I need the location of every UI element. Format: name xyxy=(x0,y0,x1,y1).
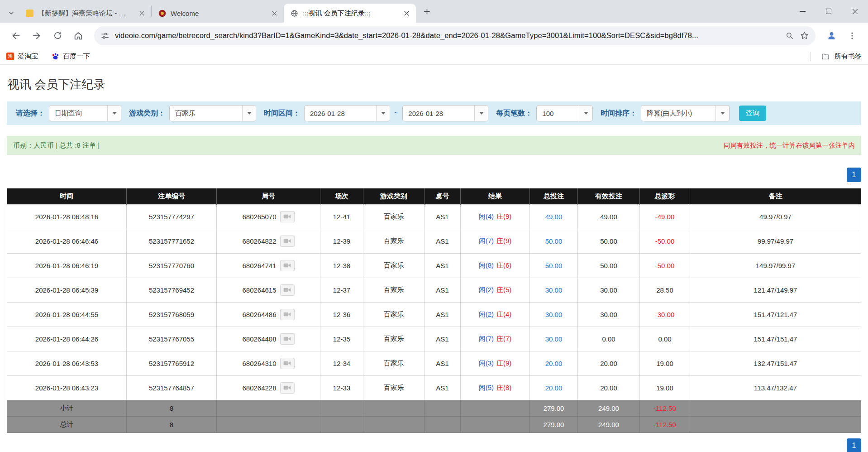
video-replay-button[interactable] xyxy=(280,309,295,320)
date-end-select[interactable]: 2026-01-28 xyxy=(402,105,488,121)
chevron-down-icon[interactable] xyxy=(474,106,488,121)
video-replay-button[interactable] xyxy=(280,236,295,247)
window-controls xyxy=(789,0,868,23)
bet-records-table: 时间注单编号局号场次游戏类别桌号结果总投注有效投注总派彩备注 2026-01-2… xyxy=(7,188,861,433)
reload-button[interactable] xyxy=(48,26,67,45)
page-1-button[interactable]: 1 xyxy=(847,168,861,182)
spacer-cell xyxy=(424,416,461,433)
video-replay-button[interactable] xyxy=(280,382,295,394)
column-header-6: 桌号 xyxy=(424,188,461,204)
game-type-select[interactable]: 百家乐 xyxy=(169,105,256,121)
new-tab-button[interactable] xyxy=(419,3,435,19)
all-bookmarks[interactable]: 所有书签 xyxy=(811,52,862,61)
round-id: 680264615 xyxy=(242,286,276,294)
remark-cell: 151.47/151.47 xyxy=(690,327,861,351)
video-replay-button[interactable] xyxy=(280,358,295,369)
tab-close-icon[interactable] xyxy=(137,8,147,18)
round-id: 680264741 xyxy=(242,262,276,269)
game-type-cell: 百家乐 xyxy=(363,302,424,327)
video-replay-button[interactable] xyxy=(280,284,295,296)
video-camera-icon xyxy=(283,311,291,317)
chevron-down-icon[interactable] xyxy=(107,106,121,121)
minimize-button[interactable] xyxy=(789,0,816,23)
payout-cell: -49.00 xyxy=(640,204,690,229)
maximize-icon xyxy=(826,9,831,14)
table-row: 2026-01-28 06:46:46 523157771652 6802648… xyxy=(7,229,861,253)
total-bet-cell[interactable]: 49.00 xyxy=(530,204,578,229)
bookmark-aitaobao[interactable]: 淘 爱淘宝 xyxy=(6,52,38,61)
filter-label-game-type: 游戏类别： xyxy=(129,109,165,118)
info-bar: 币别：人民币 | 总共 :8 注单 | 同局有效投注，统一计算在该局第一张注单内 xyxy=(7,136,861,155)
chevron-down-icon[interactable] xyxy=(579,106,592,121)
tab-close-icon[interactable] xyxy=(401,8,411,18)
home-button[interactable] xyxy=(69,26,88,45)
subtotal-valid-bet: 249.00 xyxy=(578,400,640,416)
page-size-select[interactable]: 100 xyxy=(536,105,593,121)
browser-tab-betrecord-active[interactable]: :::视讯 会员下注纪录::: xyxy=(284,4,416,23)
menu-button[interactable] xyxy=(843,26,862,45)
date-start-value: 2026-01-28 xyxy=(305,110,376,117)
browser-window: 【新提醒】海燕策略论坛 - 综合... Welcome :::视讯 会员下注纪录… xyxy=(0,0,868,65)
session-cell: 12-36 xyxy=(320,302,363,327)
column-header-1: 时间 xyxy=(7,188,127,204)
bet-id-cell: 523157769452 xyxy=(127,278,217,302)
total-bet-cell[interactable]: 30.00 xyxy=(530,278,578,302)
chevron-down-icon[interactable] xyxy=(242,106,256,121)
sort-order-select[interactable]: 降冪(由大到小) xyxy=(641,105,730,121)
game-type-cell: 百家乐 xyxy=(363,351,424,375)
video-replay-button[interactable] xyxy=(280,260,295,271)
star-icon[interactable] xyxy=(800,31,809,40)
payout-cell: 19.00 xyxy=(640,351,690,375)
result-player: 闲(7) xyxy=(479,335,494,342)
result-banker: 庄(9) xyxy=(496,237,511,245)
minimize-icon xyxy=(800,11,806,12)
total-bet-cell[interactable]: 20.00 xyxy=(530,375,578,400)
magnifier-icon[interactable] xyxy=(785,31,794,40)
browser-tab-forum[interactable]: 【新提醒】海燕策略论坛 - 综合... xyxy=(19,4,151,23)
maximize-button[interactable] xyxy=(816,0,842,23)
tune-icon[interactable] xyxy=(100,31,110,40)
total-count: 8 xyxy=(127,416,217,433)
total-bet-cell[interactable]: 20.00 xyxy=(530,351,578,375)
url-bar[interactable]: videoie.com/game/betrecord_search/kind3?… xyxy=(94,26,816,45)
round-cell: 680264615 xyxy=(217,278,320,302)
spacer-cell xyxy=(461,400,530,416)
profile-button[interactable] xyxy=(822,26,841,45)
table-no-cell: AS1 xyxy=(424,204,461,229)
total-bet-cell[interactable]: 30.00 xyxy=(530,327,578,351)
bookmark-label: 爱淘宝 xyxy=(18,52,38,61)
total-bet-cell[interactable]: 30.00 xyxy=(530,302,578,327)
tab-close-icon[interactable] xyxy=(269,8,279,18)
bet-id-cell: 523157767055 xyxy=(127,327,217,351)
date-start-select[interactable]: 2026-01-28 xyxy=(304,105,390,121)
search-button[interactable]: 查询 xyxy=(739,106,766,121)
query-type-select[interactable]: 日期查询 xyxy=(49,105,121,121)
session-cell: 12-37 xyxy=(320,278,363,302)
video-replay-button[interactable] xyxy=(280,211,295,222)
result-player: 闲(2) xyxy=(479,286,494,293)
pagination-top: 1 xyxy=(7,168,861,182)
video-replay-button[interactable] xyxy=(280,333,295,345)
forward-button[interactable] xyxy=(27,26,46,45)
total-bet-cell[interactable]: 50.00 xyxy=(530,253,578,278)
page-1-button[interactable]: 1 xyxy=(847,438,861,452)
result-player: 闲(7) xyxy=(479,237,494,245)
result-cell: 闲(3)庄(9) xyxy=(461,351,530,375)
table-row: 2026-01-28 06:48:16 523157774297 6802650… xyxy=(7,204,861,229)
session-cell: 12-34 xyxy=(320,351,363,375)
tab-title: 【新提醒】海燕策略论坛 - 综合... xyxy=(38,9,132,18)
bookmark-baidu[interactable]: 百度一下 xyxy=(52,52,90,61)
spacer-cell xyxy=(217,400,320,416)
table-row: 2026-01-28 06:43:23 523157764857 6802642… xyxy=(7,375,861,400)
close-window-button[interactable] xyxy=(842,0,868,23)
total-bet-cell[interactable]: 50.00 xyxy=(530,229,578,253)
back-button[interactable] xyxy=(6,26,25,45)
table-row: 2026-01-28 06:44:55 523157768059 6802644… xyxy=(7,302,861,327)
tab-search-button[interactable] xyxy=(4,4,19,23)
browser-tab-welcome[interactable]: Welcome xyxy=(152,4,284,23)
round-cell: 680264741 xyxy=(217,253,320,278)
chevron-down-icon[interactable] xyxy=(376,106,390,121)
session-cell: 12-39 xyxy=(320,229,363,253)
game-type-value: 百家乐 xyxy=(170,109,242,118)
chevron-down-icon[interactable] xyxy=(715,106,729,121)
